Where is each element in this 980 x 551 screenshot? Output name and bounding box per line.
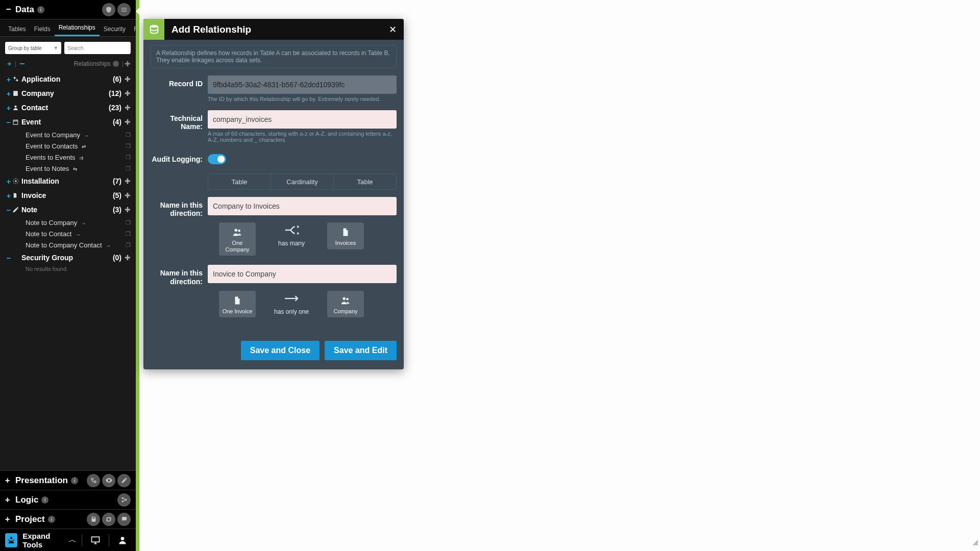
sync-icon[interactable] bbox=[102, 513, 115, 526]
shield-icon[interactable] bbox=[102, 3, 115, 16]
tree-group-count: (12) bbox=[109, 89, 121, 97]
expand-tools-button[interactable]: Expand Tools bbox=[22, 532, 65, 549]
tree-item[interactable]: Note to Contact →❐ bbox=[0, 228, 136, 239]
direction1-right-card[interactable]: Invoices bbox=[327, 222, 364, 249]
tree-item[interactable]: Event to Company →❐ bbox=[0, 129, 136, 140]
expand-all-button[interactable]: + bbox=[5, 59, 14, 68]
window-icon[interactable]: ❐ bbox=[126, 154, 131, 161]
tree-group: −Security Group(0)✚No results found. bbox=[0, 251, 136, 274]
tree-group-header[interactable]: −Event(4)✚ bbox=[0, 115, 136, 129]
split-icon bbox=[284, 222, 299, 238]
save-and-edit-button[interactable]: Save and Edit bbox=[325, 341, 397, 360]
panel-presentation-header[interactable]: + Presentation i bbox=[0, 470, 136, 490]
eye-icon[interactable] bbox=[102, 474, 115, 487]
tab-relationships[interactable]: Relationships bbox=[55, 20, 100, 36]
save-icon[interactable] bbox=[87, 513, 100, 526]
tree-group-header[interactable]: +Invoice(5)✚ bbox=[0, 188, 136, 203]
direction2-name-input[interactable]: Inovice to Company bbox=[208, 265, 397, 283]
window-icon[interactable]: ❐ bbox=[126, 165, 131, 172]
add-icon[interactable]: ✚ bbox=[125, 177, 131, 185]
cardinality-header: Table Cardinality Table bbox=[208, 173, 397, 190]
panel-data-header[interactable]: − Data i bbox=[0, 0, 136, 19]
tree-group-header[interactable]: +Application(6)✚ bbox=[0, 72, 136, 86]
info-icon[interactable]: i bbox=[71, 477, 78, 484]
direction1-label: Name in this direction: bbox=[151, 197, 208, 217]
dialog-description: A Relationship defines how records in Ta… bbox=[151, 45, 397, 68]
tab-security[interactable]: Security bbox=[100, 21, 130, 36]
add-icon[interactable]: ✚ bbox=[125, 191, 131, 199]
tree-group: −Note(3)✚Note to Company →❐Note to Conta… bbox=[0, 203, 136, 251]
audit-logging-toggle[interactable] bbox=[208, 154, 226, 164]
window-icon[interactable]: ❐ bbox=[126, 132, 131, 138]
add-icon[interactable]: ✚ bbox=[125, 206, 131, 214]
tree-item[interactable]: Event to Notes ⇆❐ bbox=[0, 163, 136, 174]
edit-icon[interactable] bbox=[117, 474, 131, 487]
add-icon[interactable]: ✚ bbox=[125, 104, 131, 112]
panel-resize-handle[interactable] bbox=[136, 0, 139, 551]
route-icon[interactable] bbox=[87, 474, 100, 487]
tree-group-header[interactable]: −Note(3)✚ bbox=[0, 203, 136, 217]
tree-item[interactable]: Event to Contacts ⇄❐ bbox=[0, 140, 136, 152]
add-relationship-button[interactable]: ✚ bbox=[125, 60, 131, 68]
panel-logic-title: Logic bbox=[15, 495, 38, 505]
group-by-value: Group by table bbox=[8, 45, 42, 51]
tree-item[interactable]: Events to Events ⇉❐ bbox=[0, 152, 136, 163]
add-icon[interactable]: ✚ bbox=[125, 75, 131, 83]
info-icon[interactable]: i bbox=[113, 61, 119, 67]
tab-tables[interactable]: Tables bbox=[4, 21, 30, 36]
group-by-select[interactable]: Group by table ▼ bbox=[5, 42, 61, 54]
tree-group-header[interactable]: +Contact(23)✚ bbox=[0, 101, 136, 115]
tree-group-name: Invoice bbox=[21, 191, 113, 199]
panel-logic-header[interactable]: + Logic i bbox=[0, 490, 136, 509]
cardinality-header-label: Cardinality bbox=[271, 174, 333, 189]
chat-icon[interactable] bbox=[117, 513, 131, 526]
direction1-left-card[interactable]: One Company bbox=[219, 222, 256, 256]
tree-item[interactable]: Note to Company →❐ bbox=[0, 217, 136, 228]
direction2-cardinality[interactable]: has only one bbox=[273, 291, 310, 315]
collapse-all-button[interactable]: − bbox=[17, 61, 27, 67]
record-id-input[interactable]: 9fbd4a95-30a2-4831-b567-62dcd10939fc bbox=[208, 76, 397, 94]
tree-group-count: (0) bbox=[113, 254, 121, 262]
panel-project-header[interactable]: + Project i bbox=[0, 509, 136, 529]
close-button[interactable]: ✕ bbox=[382, 24, 404, 35]
tree-group-header[interactable]: +Installation(7)✚ bbox=[0, 174, 136, 188]
window-icon[interactable]: ❐ bbox=[126, 231, 131, 237]
window-icon[interactable]: ❐ bbox=[126, 219, 131, 226]
tree-group-count: (4) bbox=[113, 118, 121, 126]
window-icon[interactable]: ❐ bbox=[126, 143, 131, 149]
branch-icon[interactable] bbox=[117, 493, 131, 507]
relation-type-icon: → bbox=[84, 133, 89, 138]
direction1-cardinality[interactable]: has many bbox=[273, 222, 310, 247]
direction2-right-card[interactable]: Company bbox=[327, 291, 364, 318]
audit-logging-label: Audit Logging: bbox=[151, 151, 208, 164]
direction2-left-card[interactable]: One Invoice bbox=[219, 291, 256, 318]
info-icon[interactable]: i bbox=[41, 496, 48, 504]
tab-fields[interactable]: Fields bbox=[30, 21, 55, 36]
tree-item-name: Note to Contact → bbox=[26, 230, 126, 238]
info-icon[interactable]: i bbox=[37, 6, 44, 13]
resize-grip-icon[interactable]: ◢ bbox=[972, 538, 978, 546]
tree-group-header[interactable]: +Company(12)✚ bbox=[0, 86, 136, 101]
add-icon[interactable]: ✚ bbox=[125, 118, 131, 126]
direction1-left-text: One Company bbox=[221, 240, 254, 253]
app-logo[interactable] bbox=[5, 533, 17, 547]
tree-group-count: (23) bbox=[109, 104, 121, 112]
menu-icon[interactable] bbox=[117, 3, 131, 16]
svg-point-13 bbox=[346, 298, 349, 300]
tree-group: +Contact(23)✚ bbox=[0, 101, 136, 115]
users-icon bbox=[231, 227, 243, 239]
search-input[interactable]: Search bbox=[64, 42, 131, 54]
tree-group-count: (6) bbox=[113, 75, 121, 83]
tree-group-name: Note bbox=[21, 206, 113, 214]
direction1-name-input[interactable]: Company to Invoices bbox=[208, 197, 397, 215]
add-icon[interactable]: ✚ bbox=[125, 89, 131, 97]
tree-group-header[interactable]: −Security Group(0)✚ bbox=[0, 251, 136, 265]
monitor-icon[interactable] bbox=[87, 535, 104, 545]
tree-item[interactable]: Note to Company Contact →❐ bbox=[0, 239, 136, 251]
user-icon[interactable] bbox=[114, 535, 131, 545]
window-icon[interactable]: ❐ bbox=[126, 242, 131, 248]
info-icon[interactable]: i bbox=[48, 516, 55, 523]
technical-name-input[interactable]: company_invoices bbox=[208, 110, 397, 129]
add-icon[interactable]: ✚ bbox=[125, 254, 131, 262]
save-and-close-button[interactable]: Save and Close bbox=[241, 341, 320, 360]
